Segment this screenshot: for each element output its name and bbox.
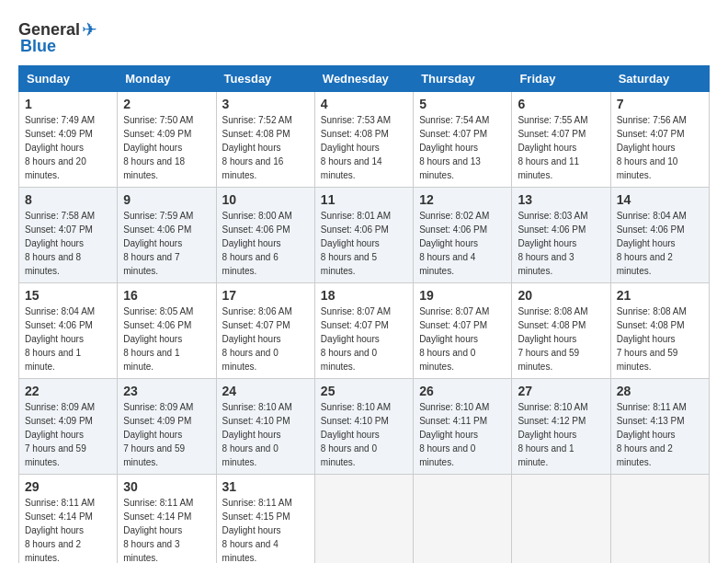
day-number: 11: [321, 192, 407, 207]
weekday-header-friday: Friday: [512, 66, 610, 92]
page-header: General ✈ Blue: [18, 18, 710, 56]
logo: General ✈ Blue: [18, 18, 97, 56]
day-info: Sunrise: 8:11 AM Sunset: 4:14 PM Dayligh…: [123, 498, 193, 563]
day-info: Sunrise: 8:10 AM Sunset: 4:10 PM Dayligh…: [222, 402, 292, 467]
calendar-day-cell: 13 Sunrise: 8:03 AM Sunset: 4:06 PM Dayl…: [512, 188, 610, 283]
day-info: Sunrise: 8:11 AM Sunset: 4:13 PM Dayligh…: [617, 402, 687, 467]
calendar-day-cell: 28 Sunrise: 8:11 AM Sunset: 4:13 PM Dayl…: [610, 379, 709, 475]
calendar-day-cell: 20 Sunrise: 8:08 AM Sunset: 4:08 PM Dayl…: [512, 283, 610, 379]
calendar-table: SundayMondayTuesdayWednesdayThursdayFrid…: [18, 65, 710, 563]
calendar-day-cell: 30 Sunrise: 8:11 AM Sunset: 4:14 PM Dayl…: [118, 475, 216, 564]
day-number: 18: [321, 288, 407, 303]
calendar-day-cell: 11 Sunrise: 8:01 AM Sunset: 4:06 PM Dayl…: [314, 188, 413, 283]
day-info: Sunrise: 8:00 AM Sunset: 4:06 PM Dayligh…: [222, 211, 292, 276]
calendar-day-cell: 22 Sunrise: 8:09 AM Sunset: 4:09 PM Dayl…: [19, 379, 118, 475]
day-info: Sunrise: 8:11 AM Sunset: 4:14 PM Dayligh…: [25, 498, 95, 563]
day-number: 30: [123, 479, 210, 494]
calendar-day-cell: 21 Sunrise: 8:08 AM Sunset: 4:08 PM Dayl…: [610, 283, 709, 379]
day-number: 4: [321, 97, 407, 111]
calendar-day-cell: 25 Sunrise: 8:10 AM Sunset: 4:10 PM Dayl…: [314, 379, 413, 475]
weekday-header-row: SundayMondayTuesdayWednesdayThursdayFrid…: [19, 66, 710, 92]
day-number: 10: [222, 192, 309, 207]
day-number: 19: [419, 288, 506, 303]
calendar-day-cell: 10 Sunrise: 8:00 AM Sunset: 4:06 PM Dayl…: [216, 188, 314, 283]
calendar-day-cell: 31 Sunrise: 8:11 AM Sunset: 4:15 PM Dayl…: [216, 475, 314, 564]
day-info: Sunrise: 8:07 AM Sunset: 4:07 PM Dayligh…: [321, 306, 391, 372]
calendar-day-cell: 4 Sunrise: 7:53 AM Sunset: 4:08 PM Dayli…: [314, 92, 413, 188]
day-info: Sunrise: 7:54 AM Sunset: 4:07 PM Dayligh…: [419, 115, 489, 180]
day-number: 22: [25, 384, 111, 398]
calendar-day-cell: 3 Sunrise: 7:52 AM Sunset: 4:08 PM Dayli…: [216, 92, 314, 188]
day-info: Sunrise: 8:10 AM Sunset: 4:12 PM Dayligh…: [518, 402, 587, 467]
weekday-header-thursday: Thursday: [414, 66, 512, 92]
calendar-day-cell: 18 Sunrise: 8:07 AM Sunset: 4:07 PM Dayl…: [314, 283, 413, 379]
day-info: Sunrise: 8:08 AM Sunset: 4:08 PM Dayligh…: [518, 306, 587, 372]
calendar-day-cell: 9 Sunrise: 7:59 AM Sunset: 4:06 PM Dayli…: [118, 188, 216, 283]
weekday-header-wednesday: Wednesday: [314, 66, 413, 92]
calendar-week-row: 22 Sunrise: 8:09 AM Sunset: 4:09 PM Dayl…: [19, 379, 710, 475]
calendar-day-cell: 29 Sunrise: 8:11 AM Sunset: 4:14 PM Dayl…: [19, 475, 118, 564]
logo-text-blue: Blue: [20, 37, 56, 56]
day-info: Sunrise: 7:53 AM Sunset: 4:08 PM Dayligh…: [321, 115, 391, 180]
calendar-week-row: 29 Sunrise: 8:11 AM Sunset: 4:14 PM Dayl…: [19, 475, 710, 564]
day-number: 6: [518, 97, 604, 111]
day-info: Sunrise: 8:11 AM Sunset: 4:15 PM Dayligh…: [222, 498, 292, 563]
day-info: Sunrise: 8:06 AM Sunset: 4:07 PM Dayligh…: [222, 306, 292, 372]
day-number: 7: [617, 97, 703, 111]
day-number: 23: [123, 384, 210, 398]
day-number: 26: [419, 384, 506, 398]
day-info: Sunrise: 8:04 AM Sunset: 4:06 PM Dayligh…: [25, 306, 95, 372]
empty-cell: [314, 475, 413, 564]
day-info: Sunrise: 8:09 AM Sunset: 4:09 PM Dayligh…: [123, 402, 193, 467]
day-info: Sunrise: 7:50 AM Sunset: 4:09 PM Dayligh…: [123, 115, 193, 180]
day-number: 12: [419, 192, 506, 207]
day-info: Sunrise: 7:55 AM Sunset: 4:07 PM Dayligh…: [518, 115, 587, 180]
day-info: Sunrise: 8:07 AM Sunset: 4:07 PM Dayligh…: [419, 306, 489, 372]
calendar-day-cell: 24 Sunrise: 8:10 AM Sunset: 4:10 PM Dayl…: [216, 379, 314, 475]
calendar-day-cell: 6 Sunrise: 7:55 AM Sunset: 4:07 PM Dayli…: [512, 92, 610, 188]
calendar-week-row: 1 Sunrise: 7:49 AM Sunset: 4:09 PM Dayli…: [19, 92, 710, 188]
day-number: 16: [123, 288, 210, 303]
weekday-header-tuesday: Tuesday: [216, 66, 314, 92]
day-number: 27: [518, 384, 604, 398]
day-info: Sunrise: 8:10 AM Sunset: 4:11 PM Dayligh…: [419, 402, 489, 467]
day-info: Sunrise: 8:08 AM Sunset: 4:08 PM Dayligh…: [617, 306, 687, 372]
day-number: 8: [25, 192, 111, 207]
day-number: 21: [617, 288, 703, 303]
day-number: 24: [222, 384, 309, 398]
calendar-day-cell: 16 Sunrise: 8:05 AM Sunset: 4:06 PM Dayl…: [118, 283, 216, 379]
day-number: 5: [419, 97, 506, 111]
day-number: 15: [25, 288, 111, 303]
calendar-day-cell: 23 Sunrise: 8:09 AM Sunset: 4:09 PM Dayl…: [118, 379, 216, 475]
day-number: 3: [222, 97, 309, 111]
day-info: Sunrise: 8:04 AM Sunset: 4:06 PM Dayligh…: [617, 211, 687, 276]
empty-cell: [610, 475, 709, 564]
weekday-header-sunday: Sunday: [19, 66, 118, 92]
calendar-day-cell: 14 Sunrise: 8:04 AM Sunset: 4:06 PM Dayl…: [610, 188, 709, 283]
day-number: 31: [222, 479, 309, 494]
empty-cell: [414, 475, 512, 564]
day-info: Sunrise: 8:02 AM Sunset: 4:06 PM Dayligh…: [419, 211, 489, 276]
day-number: 2: [123, 97, 210, 111]
calendar-day-cell: 19 Sunrise: 8:07 AM Sunset: 4:07 PM Dayl…: [414, 283, 512, 379]
calendar-day-cell: 1 Sunrise: 7:49 AM Sunset: 4:09 PM Dayli…: [19, 92, 118, 188]
empty-cell: [512, 475, 610, 564]
day-number: 29: [25, 479, 111, 494]
calendar-week-row: 8 Sunrise: 7:58 AM Sunset: 4:07 PM Dayli…: [19, 188, 710, 283]
day-number: 1: [25, 97, 111, 111]
calendar-day-cell: 12 Sunrise: 8:02 AM Sunset: 4:06 PM Dayl…: [414, 188, 512, 283]
calendar-day-cell: 5 Sunrise: 7:54 AM Sunset: 4:07 PM Dayli…: [414, 92, 512, 188]
logo-bird-icon: ✈: [82, 18, 97, 40]
day-number: 20: [518, 288, 604, 303]
calendar-day-cell: 8 Sunrise: 7:58 AM Sunset: 4:07 PM Dayli…: [19, 188, 118, 283]
day-info: Sunrise: 7:52 AM Sunset: 4:08 PM Dayligh…: [222, 115, 292, 180]
day-info: Sunrise: 8:10 AM Sunset: 4:10 PM Dayligh…: [321, 402, 391, 467]
day-number: 13: [518, 192, 604, 207]
calendar-day-cell: 26 Sunrise: 8:10 AM Sunset: 4:11 PM Dayl…: [414, 379, 512, 475]
day-info: Sunrise: 8:03 AM Sunset: 4:06 PM Dayligh…: [518, 211, 587, 276]
day-info: Sunrise: 7:56 AM Sunset: 4:07 PM Dayligh…: [617, 115, 687, 180]
weekday-header-saturday: Saturday: [610, 66, 709, 92]
day-info: Sunrise: 8:09 AM Sunset: 4:09 PM Dayligh…: [25, 402, 95, 467]
calendar-day-cell: 2 Sunrise: 7:50 AM Sunset: 4:09 PM Dayli…: [118, 92, 216, 188]
day-number: 14: [617, 192, 703, 207]
